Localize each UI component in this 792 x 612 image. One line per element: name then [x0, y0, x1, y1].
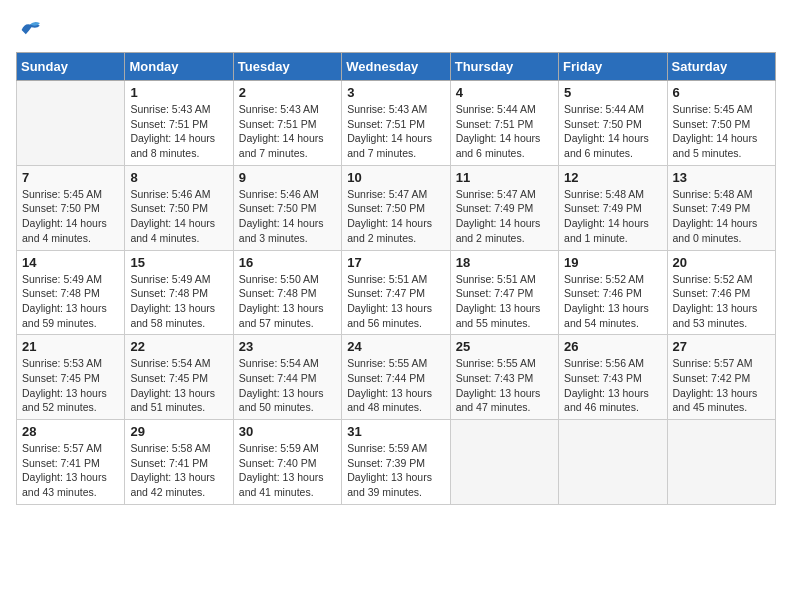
- calendar-cell: 5Sunrise: 5:44 AM Sunset: 7:50 PM Daylig…: [559, 81, 667, 166]
- column-header-monday: Monday: [125, 53, 233, 81]
- calendar-cell: 16Sunrise: 5:50 AM Sunset: 7:48 PM Dayli…: [233, 250, 341, 335]
- day-info: Sunrise: 5:45 AM Sunset: 7:50 PM Dayligh…: [22, 187, 119, 246]
- day-info: Sunrise: 5:43 AM Sunset: 7:51 PM Dayligh…: [347, 102, 444, 161]
- calendar-cell: 3Sunrise: 5:43 AM Sunset: 7:51 PM Daylig…: [342, 81, 450, 166]
- logo: [16, 16, 48, 44]
- day-number: 1: [130, 85, 227, 100]
- calendar-cell: 17Sunrise: 5:51 AM Sunset: 7:47 PM Dayli…: [342, 250, 450, 335]
- calendar-cell: 22Sunrise: 5:54 AM Sunset: 7:45 PM Dayli…: [125, 335, 233, 420]
- day-info: Sunrise: 5:57 AM Sunset: 7:42 PM Dayligh…: [673, 356, 770, 415]
- calendar-table: SundayMondayTuesdayWednesdayThursdayFrid…: [16, 52, 776, 505]
- day-info: Sunrise: 5:52 AM Sunset: 7:46 PM Dayligh…: [673, 272, 770, 331]
- day-number: 25: [456, 339, 553, 354]
- day-number: 26: [564, 339, 661, 354]
- calendar-cell: 18Sunrise: 5:51 AM Sunset: 7:47 PM Dayli…: [450, 250, 558, 335]
- day-number: 6: [673, 85, 770, 100]
- calendar-cell: [667, 420, 775, 505]
- column-header-sunday: Sunday: [17, 53, 125, 81]
- day-info: Sunrise: 5:48 AM Sunset: 7:49 PM Dayligh…: [673, 187, 770, 246]
- day-info: Sunrise: 5:49 AM Sunset: 7:48 PM Dayligh…: [22, 272, 119, 331]
- day-number: 17: [347, 255, 444, 270]
- day-number: 31: [347, 424, 444, 439]
- calendar-cell: 1Sunrise: 5:43 AM Sunset: 7:51 PM Daylig…: [125, 81, 233, 166]
- calendar-week-row: 1Sunrise: 5:43 AM Sunset: 7:51 PM Daylig…: [17, 81, 776, 166]
- day-info: Sunrise: 5:43 AM Sunset: 7:51 PM Dayligh…: [239, 102, 336, 161]
- calendar-cell: 7Sunrise: 5:45 AM Sunset: 7:50 PM Daylig…: [17, 165, 125, 250]
- day-info: Sunrise: 5:52 AM Sunset: 7:46 PM Dayligh…: [564, 272, 661, 331]
- day-number: 18: [456, 255, 553, 270]
- day-info: Sunrise: 5:51 AM Sunset: 7:47 PM Dayligh…: [347, 272, 444, 331]
- day-info: Sunrise: 5:46 AM Sunset: 7:50 PM Dayligh…: [239, 187, 336, 246]
- day-info: Sunrise: 5:46 AM Sunset: 7:50 PM Dayligh…: [130, 187, 227, 246]
- calendar-cell: 24Sunrise: 5:55 AM Sunset: 7:44 PM Dayli…: [342, 335, 450, 420]
- day-number: 3: [347, 85, 444, 100]
- day-info: Sunrise: 5:59 AM Sunset: 7:40 PM Dayligh…: [239, 441, 336, 500]
- calendar-cell: 27Sunrise: 5:57 AM Sunset: 7:42 PM Dayli…: [667, 335, 775, 420]
- page-header: [16, 16, 776, 44]
- day-number: 22: [130, 339, 227, 354]
- day-number: 21: [22, 339, 119, 354]
- calendar-cell: 26Sunrise: 5:56 AM Sunset: 7:43 PM Dayli…: [559, 335, 667, 420]
- day-number: 5: [564, 85, 661, 100]
- calendar-cell: 8Sunrise: 5:46 AM Sunset: 7:50 PM Daylig…: [125, 165, 233, 250]
- day-number: 16: [239, 255, 336, 270]
- day-number: 9: [239, 170, 336, 185]
- day-number: 28: [22, 424, 119, 439]
- day-info: Sunrise: 5:59 AM Sunset: 7:39 PM Dayligh…: [347, 441, 444, 500]
- day-info: Sunrise: 5:48 AM Sunset: 7:49 PM Dayligh…: [564, 187, 661, 246]
- calendar-cell: 25Sunrise: 5:55 AM Sunset: 7:43 PM Dayli…: [450, 335, 558, 420]
- day-number: 10: [347, 170, 444, 185]
- calendar-cell: 2Sunrise: 5:43 AM Sunset: 7:51 PM Daylig…: [233, 81, 341, 166]
- day-number: 23: [239, 339, 336, 354]
- calendar-week-row: 7Sunrise: 5:45 AM Sunset: 7:50 PM Daylig…: [17, 165, 776, 250]
- day-number: 19: [564, 255, 661, 270]
- day-info: Sunrise: 5:53 AM Sunset: 7:45 PM Dayligh…: [22, 356, 119, 415]
- calendar-cell: 28Sunrise: 5:57 AM Sunset: 7:41 PM Dayli…: [17, 420, 125, 505]
- calendar-cell: 9Sunrise: 5:46 AM Sunset: 7:50 PM Daylig…: [233, 165, 341, 250]
- day-number: 14: [22, 255, 119, 270]
- calendar-cell: 19Sunrise: 5:52 AM Sunset: 7:46 PM Dayli…: [559, 250, 667, 335]
- day-info: Sunrise: 5:50 AM Sunset: 7:48 PM Dayligh…: [239, 272, 336, 331]
- calendar-cell: 6Sunrise: 5:45 AM Sunset: 7:50 PM Daylig…: [667, 81, 775, 166]
- logo-bird-icon: [16, 16, 44, 44]
- column-header-wednesday: Wednesday: [342, 53, 450, 81]
- calendar-week-row: 14Sunrise: 5:49 AM Sunset: 7:48 PM Dayli…: [17, 250, 776, 335]
- day-number: 15: [130, 255, 227, 270]
- calendar-cell: [559, 420, 667, 505]
- day-info: Sunrise: 5:47 AM Sunset: 7:50 PM Dayligh…: [347, 187, 444, 246]
- calendar-cell: 12Sunrise: 5:48 AM Sunset: 7:49 PM Dayli…: [559, 165, 667, 250]
- day-number: 2: [239, 85, 336, 100]
- day-info: Sunrise: 5:47 AM Sunset: 7:49 PM Dayligh…: [456, 187, 553, 246]
- day-info: Sunrise: 5:55 AM Sunset: 7:43 PM Dayligh…: [456, 356, 553, 415]
- column-header-tuesday: Tuesday: [233, 53, 341, 81]
- calendar-cell: 10Sunrise: 5:47 AM Sunset: 7:50 PM Dayli…: [342, 165, 450, 250]
- calendar-week-row: 21Sunrise: 5:53 AM Sunset: 7:45 PM Dayli…: [17, 335, 776, 420]
- day-info: Sunrise: 5:44 AM Sunset: 7:50 PM Dayligh…: [564, 102, 661, 161]
- day-number: 12: [564, 170, 661, 185]
- day-info: Sunrise: 5:57 AM Sunset: 7:41 PM Dayligh…: [22, 441, 119, 500]
- calendar-cell: 4Sunrise: 5:44 AM Sunset: 7:51 PM Daylig…: [450, 81, 558, 166]
- day-info: Sunrise: 5:44 AM Sunset: 7:51 PM Dayligh…: [456, 102, 553, 161]
- calendar-header-row: SundayMondayTuesdayWednesdayThursdayFrid…: [17, 53, 776, 81]
- day-info: Sunrise: 5:51 AM Sunset: 7:47 PM Dayligh…: [456, 272, 553, 331]
- column-header-thursday: Thursday: [450, 53, 558, 81]
- day-number: 20: [673, 255, 770, 270]
- calendar-cell: 13Sunrise: 5:48 AM Sunset: 7:49 PM Dayli…: [667, 165, 775, 250]
- day-number: 7: [22, 170, 119, 185]
- day-info: Sunrise: 5:43 AM Sunset: 7:51 PM Dayligh…: [130, 102, 227, 161]
- day-number: 24: [347, 339, 444, 354]
- column-header-friday: Friday: [559, 53, 667, 81]
- calendar-cell: 14Sunrise: 5:49 AM Sunset: 7:48 PM Dayli…: [17, 250, 125, 335]
- calendar-cell: 31Sunrise: 5:59 AM Sunset: 7:39 PM Dayli…: [342, 420, 450, 505]
- calendar-cell: 15Sunrise: 5:49 AM Sunset: 7:48 PM Dayli…: [125, 250, 233, 335]
- calendar-cell: 20Sunrise: 5:52 AM Sunset: 7:46 PM Dayli…: [667, 250, 775, 335]
- calendar-cell: 21Sunrise: 5:53 AM Sunset: 7:45 PM Dayli…: [17, 335, 125, 420]
- day-info: Sunrise: 5:55 AM Sunset: 7:44 PM Dayligh…: [347, 356, 444, 415]
- day-number: 8: [130, 170, 227, 185]
- day-info: Sunrise: 5:49 AM Sunset: 7:48 PM Dayligh…: [130, 272, 227, 331]
- calendar-week-row: 28Sunrise: 5:57 AM Sunset: 7:41 PM Dayli…: [17, 420, 776, 505]
- day-number: 13: [673, 170, 770, 185]
- day-number: 30: [239, 424, 336, 439]
- day-info: Sunrise: 5:58 AM Sunset: 7:41 PM Dayligh…: [130, 441, 227, 500]
- day-number: 27: [673, 339, 770, 354]
